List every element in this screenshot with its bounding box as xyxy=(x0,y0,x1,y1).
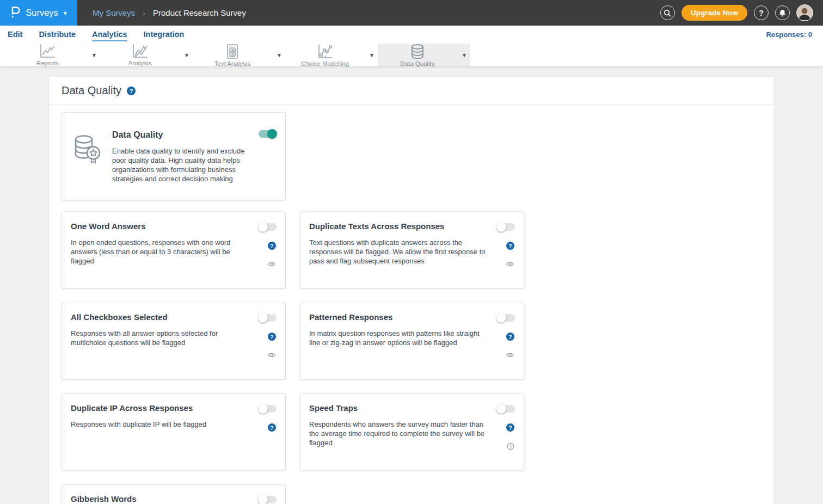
help-icon[interactable]: ? xyxy=(268,333,276,341)
tab-dropdown-caret[interactable]: ▼ xyxy=(462,44,467,66)
tab-dropdown-caret[interactable]: ▼ xyxy=(369,44,374,66)
eye-icon[interactable] xyxy=(267,260,276,268)
app-switcher[interactable]: Surveys ▼ xyxy=(0,0,77,26)
scatter-chart-icon xyxy=(316,44,334,60)
analytics-tabstrip: Reports▼Analysis▼Text Analysis▼Choice Mo… xyxy=(0,44,823,67)
master-card-description: Enable data quality to identify and excl… xyxy=(112,146,255,183)
card-toggle[interactable] xyxy=(259,496,277,503)
tab-dropdown-caret[interactable]: ▼ xyxy=(91,44,97,66)
upgrade-now-button[interactable]: Upgrade Now xyxy=(681,5,747,21)
multi-line-chart-icon xyxy=(131,44,149,59)
nav-item-integration[interactable]: Integration xyxy=(144,28,185,41)
master-card-text: Data Quality Enable data quality to iden… xyxy=(110,130,255,200)
tab-dropdown-caret[interactable]: ▼ xyxy=(277,44,282,66)
topbar-actions: Upgrade Now ? xyxy=(660,0,823,26)
help-icon[interactable]: ? xyxy=(268,423,276,432)
card-title: Patterned Responses xyxy=(309,312,491,322)
tab-reports[interactable]: Reports▼ xyxy=(8,44,100,66)
tab-choice-modelling[interactable]: Choice Modelling▼ xyxy=(285,44,378,66)
quality-check-card: Gibberish Words In open ended questions,… xyxy=(62,484,286,504)
breadcrumb-current: Product Research Survey xyxy=(153,8,246,17)
eye-icon[interactable] xyxy=(267,351,276,359)
topbar: Surveys ▼ My Surveys › Product Research … xyxy=(0,0,823,26)
master-card-title: Data Quality xyxy=(112,130,255,140)
data-quality-panel: Data Quality ? xyxy=(49,77,774,504)
tab-text-analysis[interactable]: Text Analysis▼ xyxy=(193,44,285,66)
user-avatar[interactable] xyxy=(796,4,813,21)
card-title: Gibberish Words xyxy=(71,494,253,503)
card-description: Responses with all answer options select… xyxy=(71,329,253,347)
tab-dropdown-caret[interactable]: ▼ xyxy=(184,44,189,66)
data-quality-master-card: Data Quality Enable data quality to iden… xyxy=(62,112,286,200)
tab-label: Reports xyxy=(36,60,58,66)
quality-check-card: Duplicate IP Across Responses Responses … xyxy=(62,394,286,470)
tab-label: Data Quality xyxy=(400,60,434,67)
survey-nav: EditDistributeAnalyticsIntegration Respo… xyxy=(0,26,823,44)
tab-label: Text Analysis xyxy=(214,60,250,67)
card-toggle[interactable] xyxy=(497,223,515,231)
panel-header: Data Quality ? xyxy=(49,77,774,105)
card-toggle[interactable] xyxy=(259,223,277,231)
line-chart-icon xyxy=(38,44,57,59)
quality-check-card: All Checkboxes Selected Responses with a… xyxy=(62,303,286,379)
help-icon[interactable]: ? xyxy=(268,242,276,250)
help-icon[interactable]: ? xyxy=(506,333,514,341)
card-description: Respondents who answers the survey much … xyxy=(309,420,491,447)
help-icon[interactable]: ? xyxy=(506,242,514,250)
bell-icon xyxy=(779,9,786,17)
card-description: Responses with duplicate IP will be flag… xyxy=(71,420,253,429)
database-icon xyxy=(409,44,426,60)
nav-item-distribute[interactable]: Distribute xyxy=(39,28,76,41)
card-toggle[interactable] xyxy=(259,405,277,413)
breadcrumb-parent-link[interactable]: My Surveys xyxy=(93,8,135,17)
nav-item-analytics[interactable]: Analytics xyxy=(92,28,127,41)
card-description: In matrix question responses with patter… xyxy=(309,329,491,347)
page-title: Data Quality xyxy=(62,84,121,97)
tab-label: Choice Modelling xyxy=(301,60,349,67)
eye-icon[interactable] xyxy=(506,351,514,359)
notifications-button[interactable] xyxy=(775,5,790,20)
eye-icon[interactable] xyxy=(506,260,514,268)
card-title: One Word Answers xyxy=(71,222,253,231)
help-button[interactable]: ? xyxy=(754,5,769,20)
chevron-down-icon: ▼ xyxy=(63,10,68,16)
quality-checks-grid: One Word Answers In open ended questions… xyxy=(62,212,761,504)
app-menu-label: Surveys xyxy=(26,8,58,18)
quality-check-card: One Word Answers In open ended questions… xyxy=(62,212,286,288)
clock-icon[interactable] xyxy=(507,442,514,450)
database-badge-icon xyxy=(71,130,110,200)
card-title: Duplicate IP Across Responses xyxy=(71,403,253,413)
nav-item-edit[interactable]: Edit xyxy=(8,28,22,41)
breadcrumb: My Surveys › Product Research Survey xyxy=(77,0,660,26)
quality-check-card: Duplicate Texts Across Responses Text qu… xyxy=(300,212,524,288)
card-title: Duplicate Texts Across Responses xyxy=(309,222,491,231)
tab-data-quality[interactable]: Data Quality▼ xyxy=(378,44,470,66)
help-circle-icon: ? xyxy=(759,9,764,17)
search-button[interactable] xyxy=(660,5,675,20)
card-toggle[interactable] xyxy=(259,314,277,322)
card-toggle[interactable] xyxy=(497,314,515,322)
document-grid-icon xyxy=(225,44,239,60)
card-description: Text questions with duplicate answers ac… xyxy=(309,238,491,266)
quality-check-card: Patterned Responses In matrix question r… xyxy=(300,303,524,379)
breadcrumb-separator: › xyxy=(143,9,145,17)
questionpro-p-logo-icon xyxy=(9,5,21,21)
search-icon xyxy=(664,9,671,17)
data-quality-toggle[interactable] xyxy=(259,130,277,138)
panel-body: Data Quality Enable data quality to iden… xyxy=(49,105,774,504)
tab-analysis[interactable]: Analysis▼ xyxy=(100,44,193,66)
responses-count: Responses: 0 xyxy=(766,30,812,39)
tab-label: Analysis xyxy=(128,60,152,66)
quality-check-card: Speed Traps Respondents who answers the … xyxy=(300,394,524,470)
card-title: Speed Traps xyxy=(309,403,491,413)
help-icon[interactable]: ? xyxy=(506,423,514,432)
card-description: In open ended questions, responses with … xyxy=(71,238,253,266)
card-title: All Checkboxes Selected xyxy=(71,312,253,322)
content-area: Data Quality ? xyxy=(0,67,823,504)
page-help-icon[interactable]: ? xyxy=(127,87,136,95)
card-toggle[interactable] xyxy=(497,405,515,413)
